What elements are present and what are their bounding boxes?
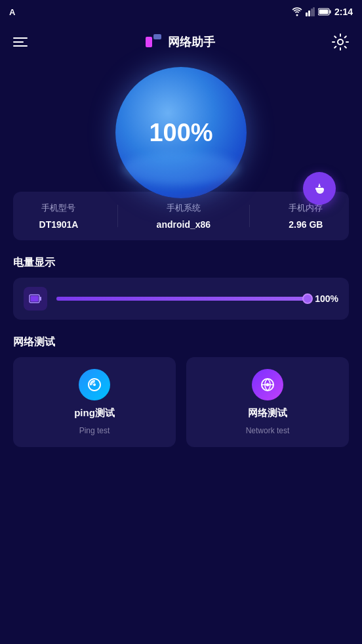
- ping-test-sublabel: Ping test: [79, 426, 110, 435]
- svg-rect-10: [315, 188, 323, 190]
- wifi-icon: [292, 7, 302, 16]
- clean-button[interactable]: [303, 172, 336, 205]
- ping-icon: [85, 376, 104, 394]
- divider-2: [249, 205, 250, 227]
- settings-icon[interactable]: [332, 33, 349, 51]
- network-section-title: 网络测试: [13, 335, 349, 349]
- battery-icon-wrap: [24, 287, 47, 311]
- battery-knob: [302, 293, 313, 304]
- device-model-value: DT1901A: [39, 219, 79, 230]
- battery-slider-container: 100%: [56, 293, 338, 304]
- main-content: 100% 手机型号 DT1901A 手机系统 android_x86 手机内存 …: [0, 67, 362, 447]
- svg-rect-3: [313, 7, 315, 16]
- svg-point-16: [266, 383, 270, 387]
- svg-rect-1: [308, 11, 310, 16]
- device-system-value: android_x86: [157, 219, 211, 230]
- device-model-item: 手机型号 DT1901A: [39, 202, 79, 230]
- app-title: 网络助手: [168, 34, 215, 50]
- nettest-icon-bg: [252, 369, 283, 400]
- svg-rect-12: [40, 297, 42, 301]
- svg-rect-5: [329, 11, 331, 14]
- network-test-sublabel: Network test: [246, 426, 290, 435]
- broom-icon: [312, 181, 327, 196]
- status-time: 2:14: [334, 7, 353, 17]
- signal-icon: [306, 7, 315, 16]
- top-bar: 网络助手: [0, 24, 362, 60]
- svg-rect-2: [311, 9, 313, 16]
- svg-rect-8: [153, 34, 161, 39]
- app-title-container: 网络助手: [144, 33, 215, 51]
- device-memory-item: 手机内存 2.96 GB: [289, 202, 323, 230]
- network-cards: ping测试 Ping test 网络测试 Network test: [13, 357, 349, 447]
- menu-button[interactable]: [13, 37, 28, 47]
- battery-icon: [29, 292, 42, 305]
- status-left-icon: A: [9, 7, 15, 17]
- network-test-label: 网络测试: [248, 407, 287, 419]
- status-right: 2:14: [292, 7, 353, 17]
- status-bar: A 2:14: [0, 0, 362, 24]
- battery-track: [56, 297, 308, 301]
- gauge-container: 100%: [13, 67, 349, 198]
- nettest-icon: [258, 376, 277, 394]
- battery-section: 电量显示 100%: [13, 256, 349, 320]
- battery-section-title: 电量显示: [13, 256, 349, 270]
- battery-card: 100%: [13, 278, 349, 320]
- ping-icon-bg: [79, 369, 110, 400]
- device-system-label: 手机系统: [167, 202, 201, 214]
- divider-1: [117, 205, 118, 227]
- svg-rect-7: [146, 37, 152, 47]
- svg-rect-6: [319, 10, 328, 14]
- gauge-circle: 100%: [115, 67, 247, 198]
- app-logo-icon: [144, 33, 163, 51]
- device-info-card: 手机型号 DT1901A 手机系统 android_x86 手机内存 2.96 …: [13, 192, 349, 240]
- ping-test-card[interactable]: ping测试 Ping test: [13, 357, 176, 447]
- ping-test-label: ping测试: [74, 407, 115, 419]
- svg-point-9: [338, 39, 343, 45]
- network-section: 网络测试 ping测试 Ping test: [13, 335, 349, 447]
- device-memory-value: 2.96 GB: [289, 219, 323, 230]
- battery-percent: 100%: [315, 293, 338, 304]
- gauge-percent: 100%: [149, 119, 212, 147]
- network-test-card[interactable]: 网络测试 Network test: [186, 357, 349, 447]
- svg-rect-13: [31, 296, 39, 302]
- svg-rect-0: [306, 12, 308, 16]
- device-system-item: 手机系统 android_x86: [157, 202, 211, 230]
- device-model-label: 手机型号: [41, 202, 75, 214]
- svg-point-14: [93, 383, 96, 386]
- battery-status-icon: [318, 8, 331, 16]
- battery-fill: [56, 297, 308, 301]
